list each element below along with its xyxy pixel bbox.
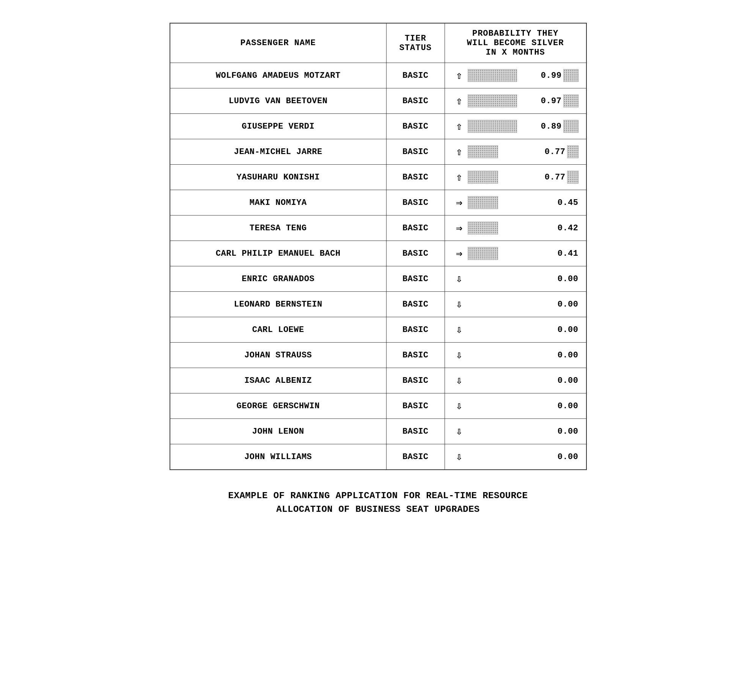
probability-cell: ⇒0.42 (445, 216, 586, 241)
tier-cell: BASIC (386, 419, 445, 444)
dotted-fill-indicator (468, 247, 498, 260)
probability-cell: ⇧0.99 (445, 63, 586, 88)
arrow-icon-mid-up: ⇧ (453, 145, 466, 158)
arrow-icon-mid-right: ⇒ (453, 196, 466, 209)
tier-cell: BASIC (386, 393, 445, 419)
probability-value: 0.00 (466, 351, 578, 360)
arrow-icon-low: ⇩ (453, 450, 466, 463)
probability-cell: ⇩0.00 (445, 393, 586, 419)
arrow-icon-high-up: ⇧ (453, 94, 466, 107)
passenger-name-cell: ENRIC GRANADOS (170, 266, 387, 292)
tier-cell: BASIC (386, 190, 445, 216)
passenger-name-cell: WOLFGANG AMADEUS MOTZART (170, 63, 387, 88)
probability-value: 0.00 (466, 452, 578, 462)
probability-value: 0.00 (466, 427, 578, 436)
probability-cell: ⇩0.00 (445, 343, 586, 368)
dotted-fill-after (563, 94, 578, 107)
tier-cell: BASIC (386, 343, 445, 368)
passenger-name-cell: GIUSEPPE VERDI (170, 114, 387, 139)
tier-cell: BASIC (386, 266, 445, 292)
probability-cell: ⇒0.45 (445, 190, 586, 216)
passenger-name-cell: JEAN-MICHEL JARRE (170, 139, 387, 165)
arrow-icon-high-up: ⇧ (453, 69, 466, 82)
arrow-icon-low: ⇩ (453, 323, 466, 336)
probability-value: 0.45 (500, 198, 578, 208)
dotted-fill-indicator (468, 171, 498, 184)
tier-cell: BASIC (386, 368, 445, 393)
table-row: CARL LOEWEBASIC⇩0.00 (170, 317, 586, 343)
table-row: JEAN-MICHEL JARREBASIC⇧0.77 (170, 139, 586, 165)
passenger-name-cell: JOHAN STRAUSS (170, 343, 387, 368)
passenger-name-cell: MAKI NOMIYA (170, 190, 387, 216)
probability-value: 0.00 (466, 274, 578, 284)
dotted-fill-indicator (468, 69, 517, 82)
probability-cell: ⇒0.41 (445, 241, 586, 266)
tier-cell: BASIC (386, 292, 445, 317)
table-row: TERESA TENGBASIC⇒0.42 (170, 216, 586, 241)
probability-value: 0.99 (519, 71, 562, 80)
dotted-fill-indicator (468, 120, 517, 133)
probability-value: 0.97 (519, 96, 562, 106)
probability-cell: ⇧0.77 (445, 139, 586, 165)
passenger-name-cell: CARL PHILIP EMANUEL BACH (170, 241, 387, 266)
probability-value: 0.00 (466, 401, 578, 411)
table-row: MAKI NOMIYABASIC⇒0.45 (170, 190, 586, 216)
arrow-icon-mid-up: ⇧ (453, 171, 466, 184)
dotted-fill-after (563, 69, 578, 82)
dotted-fill-after (567, 171, 578, 184)
tier-cell: BASIC (386, 165, 445, 190)
arrow-icon-low: ⇩ (453, 374, 466, 387)
dotted-fill-after (563, 120, 578, 133)
arrow-icon-high-up: ⇧ (453, 120, 466, 133)
table-row: CARL PHILIP EMANUEL BACHBASIC⇒0.41 (170, 241, 586, 266)
probability-value: 0.77 (500, 173, 566, 182)
table-row: WOLFGANG AMADEUS MOTZARTBASIC⇧0.99 (170, 63, 586, 88)
dotted-fill-indicator (468, 145, 498, 158)
probability-cell: ⇧0.77 (445, 165, 586, 190)
probability-value: 0.89 (519, 122, 562, 131)
table-row: GIUSEPPE VERDIBASIC⇧0.89 (170, 114, 586, 139)
table-row: ENRIC GRANADOSBASIC⇩0.00 (170, 266, 586, 292)
probability-cell: ⇩0.00 (445, 419, 586, 444)
probability-cell: ⇩0.00 (445, 444, 586, 470)
probability-value: 0.00 (466, 376, 578, 385)
passenger-name-cell: LUDVIG VAN BEETOVEN (170, 88, 387, 114)
table-row: GEORGE GERSCHWINBASIC⇩0.00 (170, 393, 586, 419)
passenger-name-cell: YASUHARU KONISHI (170, 165, 387, 190)
passenger-name-cell: JOHN LENON (170, 419, 387, 444)
passenger-name-cell: TERESA TENG (170, 216, 387, 241)
arrow-icon-mid-right: ⇒ (453, 222, 466, 234)
probability-value: 0.00 (466, 300, 578, 309)
table-row: LEONARD BERNSTEINBASIC⇩0.00 (170, 292, 586, 317)
probability-cell: ⇧0.97 (445, 88, 586, 114)
table-row: ISAAC ALBENIZBASIC⇩0.00 (170, 368, 586, 393)
tier-cell: BASIC (386, 317, 445, 343)
arrow-icon-mid-right: ⇒ (453, 247, 466, 260)
probability-cell: ⇩0.00 (445, 368, 586, 393)
tier-cell: BASIC (386, 139, 445, 165)
tier-cell: BASIC (386, 114, 445, 139)
probability-cell: ⇩0.00 (445, 292, 586, 317)
table-row: JOHN LENONBASIC⇩0.00 (170, 419, 586, 444)
arrow-icon-low: ⇩ (453, 349, 466, 362)
probability-value: 0.77 (500, 147, 566, 157)
tier-cell: BASIC (386, 241, 445, 266)
probability-cell: ⇩0.00 (445, 266, 586, 292)
dotted-fill-indicator (468, 196, 498, 209)
table-row: YASUHARU KONISHIBASIC⇧0.77 (170, 165, 586, 190)
probability-value: 0.41 (500, 249, 578, 258)
header-tier-status: TIERSTATUS (386, 23, 445, 63)
passenger-name-cell: JOHN WILLIAMS (170, 444, 387, 470)
table-row: JOHN WILLIAMSBASIC⇩0.00 (170, 444, 586, 470)
probability-cell: ⇩0.00 (445, 317, 586, 343)
table-row: JOHAN STRAUSSBASIC⇩0.00 (170, 343, 586, 368)
arrow-icon-low: ⇩ (453, 425, 466, 438)
table-row: LUDVIG VAN BEETOVENBASIC⇧0.97 (170, 88, 586, 114)
tier-cell: BASIC (386, 63, 445, 88)
arrow-icon-low: ⇩ (453, 272, 466, 285)
tier-cell: BASIC (386, 88, 445, 114)
dotted-fill-indicator (468, 222, 498, 234)
passenger-name-cell: CARL LOEWE (170, 317, 387, 343)
arrow-icon-low: ⇩ (453, 400, 466, 412)
header-passenger-name: PASSENGER NAME (170, 23, 387, 63)
